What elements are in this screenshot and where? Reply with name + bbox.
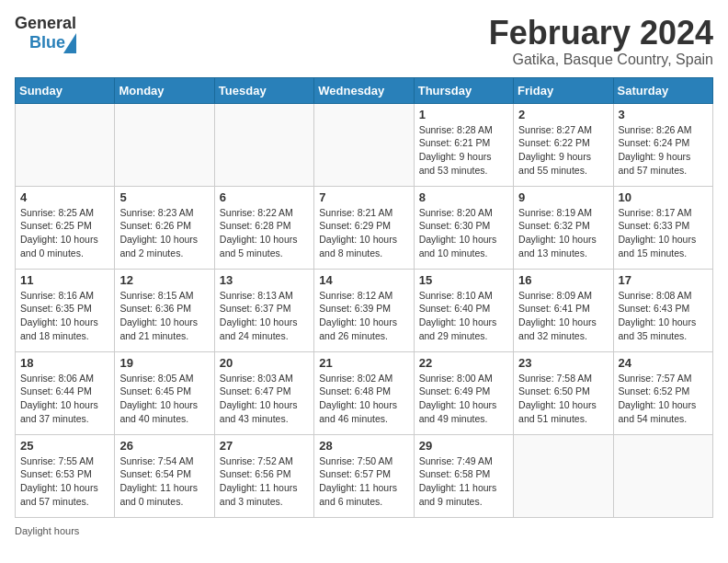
calendar-cell [314, 103, 414, 186]
logo-text-general: General [15, 15, 76, 33]
calendar-cell: 26Sunrise: 7:54 AMSunset: 6:54 PMDayligh… [115, 434, 214, 517]
day-of-week-header: Sunday [16, 77, 115, 103]
day-of-week-header: Saturday [613, 77, 712, 103]
day-of-week-header: Wednesday [314, 77, 414, 103]
calendar-cell: 16Sunrise: 8:09 AMSunset: 6:41 PMDayligh… [514, 269, 613, 351]
calendar-cell: 11Sunrise: 8:16 AMSunset: 6:35 PMDayligh… [16, 269, 115, 351]
calendar-cell: 17Sunrise: 8:08 AMSunset: 6:43 PMDayligh… [613, 269, 712, 351]
day-of-week-header: Friday [514, 77, 613, 103]
day-info: Sunrise: 8:02 AMSunset: 6:48 PMDaylight:… [319, 372, 408, 426]
calendar-cell: 8Sunrise: 8:20 AMSunset: 6:30 PMDaylight… [414, 186, 513, 269]
day-info: Sunrise: 8:23 AMSunset: 6:26 PMDaylight:… [119, 206, 209, 260]
calendar-cell: 6Sunrise: 8:22 AMSunset: 6:28 PMDaylight… [214, 186, 313, 269]
calendar-cell: 2Sunrise: 8:27 AMSunset: 6:22 PMDaylight… [514, 103, 613, 186]
day-number: 18 [20, 356, 109, 370]
calendar-cell: 4Sunrise: 8:25 AMSunset: 6:25 PMDaylight… [16, 186, 115, 269]
calendar-table: SundayMondayTuesdayWednesdayThursdayFrid… [15, 77, 713, 518]
calendar-cell: 7Sunrise: 8:21 AMSunset: 6:29 PMDaylight… [314, 186, 414, 269]
calendar-cell: 28Sunrise: 7:50 AMSunset: 6:57 PMDayligh… [314, 434, 414, 517]
calendar-cell: 27Sunrise: 7:52 AMSunset: 6:56 PMDayligh… [214, 434, 313, 517]
calendar-cell: 13Sunrise: 8:13 AMSunset: 6:37 PMDayligh… [214, 269, 313, 351]
logo-text-blue: Blue [29, 34, 65, 52]
day-number: 27 [220, 439, 309, 453]
day-info: Sunrise: 8:19 AMSunset: 6:32 PMDaylight:… [518, 206, 608, 260]
calendar-cell: 12Sunrise: 8:15 AMSunset: 6:36 PMDayligh… [115, 269, 214, 351]
daylight-label: Daylight hours [15, 525, 79, 536]
day-number: 13 [220, 273, 309, 287]
day-info: Sunrise: 7:57 AMSunset: 6:52 PMDaylight:… [619, 372, 708, 426]
day-info: Sunrise: 8:09 AMSunset: 6:41 PMDaylight:… [518, 289, 608, 343]
day-number: 9 [518, 190, 608, 204]
logo-icon [63, 33, 76, 53]
calendar-cell: 22Sunrise: 8:00 AMSunset: 6:49 PMDayligh… [414, 351, 513, 434]
day-number: 23 [518, 356, 608, 370]
calendar-cell: 20Sunrise: 8:03 AMSunset: 6:47 PMDayligh… [214, 351, 313, 434]
day-of-week-header: Tuesday [214, 77, 313, 103]
header: General Blue February 2024 Gatika, Basqu… [15, 15, 713, 68]
day-number: 2 [518, 108, 608, 121]
day-number: 26 [119, 439, 209, 453]
day-number: 15 [419, 273, 508, 287]
day-of-week-header: Monday [115, 77, 214, 103]
day-info: Sunrise: 7:54 AMSunset: 6:54 PMDaylight:… [119, 454, 209, 509]
day-info: Sunrise: 8:00 AMSunset: 6:49 PMDaylight:… [419, 372, 508, 426]
calendar-cell: 29Sunrise: 7:49 AMSunset: 6:58 PMDayligh… [414, 434, 513, 517]
calendar-cell: 19Sunrise: 8:05 AMSunset: 6:45 PMDayligh… [115, 351, 214, 434]
day-number: 5 [119, 190, 209, 204]
calendar-title: February 2024 [489, 15, 713, 52]
day-number: 16 [518, 273, 608, 287]
day-of-week-header: Thursday [414, 77, 513, 103]
calendar-cell: 10Sunrise: 8:17 AMSunset: 6:33 PMDayligh… [613, 186, 712, 269]
day-info: Sunrise: 7:49 AMSunset: 6:58 PMDaylight:… [419, 454, 508, 509]
day-number: 28 [319, 439, 408, 453]
calendar-cell [16, 103, 115, 186]
calendar-cell [214, 103, 313, 186]
day-number: 22 [419, 356, 508, 370]
calendar-cell: 24Sunrise: 7:57 AMSunset: 6:52 PMDayligh… [613, 351, 712, 434]
day-number: 29 [419, 439, 508, 453]
logo: General Blue [15, 15, 76, 53]
calendar-subtitle: Gatika, Basque Country, Spain [489, 52, 713, 68]
title-section: February 2024 Gatika, Basque Country, Sp… [489, 15, 713, 68]
day-number: 6 [220, 190, 309, 204]
day-info: Sunrise: 8:25 AMSunset: 6:25 PMDaylight:… [20, 206, 109, 260]
day-number: 4 [20, 190, 109, 204]
day-info: Sunrise: 8:20 AMSunset: 6:30 PMDaylight:… [419, 206, 508, 260]
day-info: Sunrise: 8:27 AMSunset: 6:22 PMDaylight:… [518, 123, 608, 178]
calendar-cell: 21Sunrise: 8:02 AMSunset: 6:48 PMDayligh… [314, 351, 414, 434]
calendar-cell: 1Sunrise: 8:28 AMSunset: 6:21 PMDaylight… [414, 103, 513, 186]
calendar-cell: 15Sunrise: 8:10 AMSunset: 6:40 PMDayligh… [414, 269, 513, 351]
day-info: Sunrise: 8:08 AMSunset: 6:43 PMDaylight:… [619, 289, 708, 343]
day-number: 7 [319, 190, 408, 204]
day-info: Sunrise: 8:26 AMSunset: 6:24 PMDaylight:… [619, 123, 708, 178]
day-info: Sunrise: 8:12 AMSunset: 6:39 PMDaylight:… [319, 289, 408, 343]
day-info: Sunrise: 8:15 AMSunset: 6:36 PMDaylight:… [119, 289, 209, 343]
calendar-cell: 3Sunrise: 8:26 AMSunset: 6:24 PMDaylight… [613, 103, 712, 186]
calendar-cell: 9Sunrise: 8:19 AMSunset: 6:32 PMDaylight… [514, 186, 613, 269]
day-number: 3 [619, 108, 708, 121]
day-info: Sunrise: 8:22 AMSunset: 6:28 PMDaylight:… [220, 206, 309, 260]
day-info: Sunrise: 8:16 AMSunset: 6:35 PMDaylight:… [20, 289, 109, 343]
day-number: 12 [119, 273, 209, 287]
calendar-cell: 14Sunrise: 8:12 AMSunset: 6:39 PMDayligh… [314, 269, 414, 351]
calendar-cell: 25Sunrise: 7:55 AMSunset: 6:53 PMDayligh… [16, 434, 115, 517]
day-info: Sunrise: 7:55 AMSunset: 6:53 PMDaylight:… [20, 454, 109, 509]
day-info: Sunrise: 8:10 AMSunset: 6:40 PMDaylight:… [419, 289, 508, 343]
day-number: 14 [319, 273, 408, 287]
calendar-cell [613, 434, 712, 517]
day-number: 17 [619, 273, 708, 287]
day-info: Sunrise: 8:21 AMSunset: 6:29 PMDaylight:… [319, 206, 408, 260]
calendar-cell: 18Sunrise: 8:06 AMSunset: 6:44 PMDayligh… [16, 351, 115, 434]
day-number: 11 [20, 273, 109, 287]
day-number: 8 [419, 190, 508, 204]
day-info: Sunrise: 7:58 AMSunset: 6:50 PMDaylight:… [518, 372, 608, 426]
day-info: Sunrise: 8:17 AMSunset: 6:33 PMDaylight:… [619, 206, 708, 260]
day-number: 19 [119, 356, 209, 370]
calendar-cell: 23Sunrise: 7:58 AMSunset: 6:50 PMDayligh… [514, 351, 613, 434]
footer: Daylight hours [15, 525, 713, 536]
day-number: 20 [220, 356, 309, 370]
day-info: Sunrise: 8:28 AMSunset: 6:21 PMDaylight:… [419, 123, 508, 178]
day-number: 10 [619, 190, 708, 204]
day-info: Sunrise: 7:50 AMSunset: 6:57 PMDaylight:… [319, 454, 408, 509]
calendar-cell [115, 103, 214, 186]
